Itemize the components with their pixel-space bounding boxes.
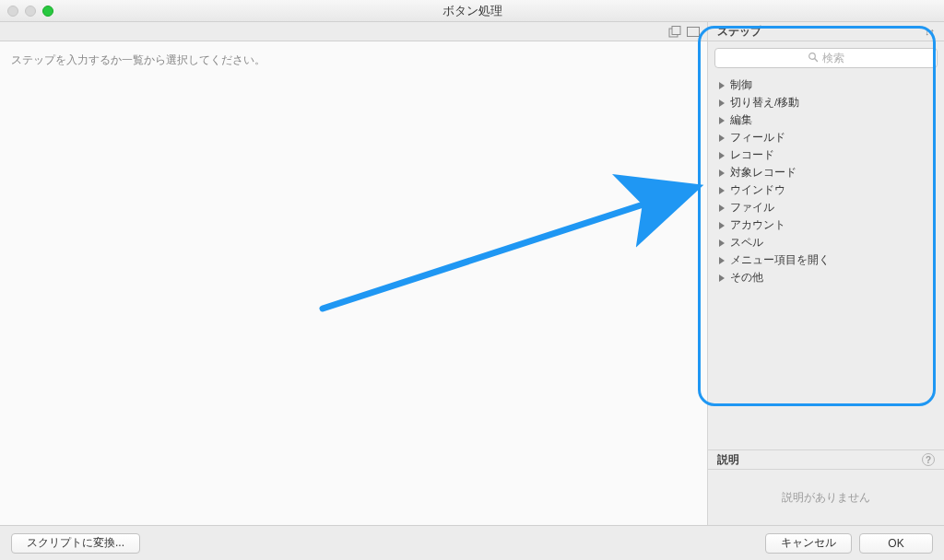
step-category-label: 切り替え/移動 [730, 96, 799, 110]
description-empty-text: 説明がありません [782, 490, 870, 506]
steps-search-input[interactable]: 検索 [714, 48, 938, 68]
chevron-right-icon [719, 257, 725, 264]
step-category-label: 編集 [730, 113, 752, 127]
chevron-right-icon [719, 99, 725, 107]
description-header: 説明 ? [708, 449, 944, 470]
title-bar: ボタン処理 [0, 0, 944, 22]
convert-to-script-button[interactable]: スクリプトに変換... [11, 533, 140, 554]
chevron-right-icon [719, 222, 725, 229]
window-title: ボタン処理 [0, 3, 944, 19]
cancel-button-label: キャンセル [781, 535, 836, 551]
step-category-label: スペル [730, 236, 763, 250]
step-category-label: ファイル [730, 201, 774, 215]
steps-sidebar: 検索 制御 切り替え/移動 編集 フィールド レコード 対象レコード ウインドウ… [708, 41, 944, 525]
step-category-label: その他 [730, 271, 763, 285]
step-category[interactable]: 編集 [712, 111, 944, 129]
chevron-right-icon [719, 82, 725, 89]
step-category[interactable]: 対象レコード [712, 164, 944, 181]
step-category[interactable]: ファイル [712, 199, 944, 216]
window-close-button[interactable] [7, 6, 18, 17]
chevron-right-icon [719, 169, 725, 177]
sort-icon[interactable]: ↓↑ [925, 26, 935, 37]
steps-header-label: ステップ [717, 24, 761, 40]
step-category-label: 対象レコード [730, 166, 796, 180]
left-panel-header [0, 22, 708, 41]
steps-panel-header: ステップ ↓↑ [708, 22, 944, 41]
description-body: 説明がありません [708, 470, 944, 525]
step-category-label: ウインドウ [730, 183, 785, 197]
window-minimize-button[interactable] [25, 6, 36, 17]
window-zoom-button[interactable] [42, 6, 53, 17]
footer-bar: スクリプトに変換... キャンセル OK [0, 525, 944, 560]
chevron-right-icon [719, 134, 725, 142]
chevron-right-icon [719, 187, 725, 194]
chevron-right-icon [719, 152, 725, 159]
svg-rect-1 [672, 26, 680, 34]
traffic-lights [7, 6, 53, 17]
step-category[interactable]: レコード [712, 146, 944, 164]
chevron-right-icon [719, 204, 725, 212]
convert-button-label: スクリプトに変換... [27, 535, 124, 551]
step-category[interactable]: 切り替え/移動 [712, 94, 944, 111]
description-header-label: 説明 [717, 452, 739, 468]
cancel-button[interactable]: キャンセル [765, 533, 852, 554]
ok-button[interactable]: OK [859, 533, 933, 554]
search-icon [808, 52, 819, 65]
step-category[interactable]: フィールド [712, 129, 944, 146]
script-editor-placeholder: ステップを入力するか一覧から選択してください。 [11, 53, 266, 66]
step-category-label: アカウント [730, 218, 785, 232]
panel-toggle-icon[interactable] [685, 24, 702, 39]
search-placeholder: 検索 [822, 51, 844, 66]
step-category[interactable]: その他 [712, 269, 944, 286]
ok-button-label: OK [888, 537, 903, 550]
step-category-label: フィールド [730, 131, 785, 145]
panel-header-row: ステップ ↓↑ [0, 22, 944, 41]
chevron-right-icon [719, 274, 725, 282]
step-category[interactable]: メニュー項目を開く [712, 251, 944, 269]
chevron-right-icon [719, 117, 725, 124]
step-category[interactable]: ウインドウ [712, 181, 944, 199]
step-category[interactable]: スペル [712, 234, 944, 251]
step-category-label: 制御 [730, 78, 752, 92]
svg-line-3 [815, 58, 818, 61]
steps-category-list: 制御 切り替え/移動 編集 フィールド レコード 対象レコード ウインドウ ファ… [708, 75, 944, 296]
chevron-right-icon [719, 239, 725, 247]
step-category[interactable]: アカウント [712, 216, 944, 234]
step-category-label: レコード [730, 148, 774, 162]
copy-icon[interactable] [667, 24, 683, 39]
description-panel: 説明 ? 説明がありません [708, 449, 944, 525]
step-category-label: メニュー項目を開く [730, 253, 830, 267]
step-category[interactable]: 制御 [712, 76, 944, 94]
script-editor-area[interactable]: ステップを入力するか一覧から選択してください。 [0, 41, 708, 525]
help-icon[interactable]: ? [922, 453, 935, 466]
